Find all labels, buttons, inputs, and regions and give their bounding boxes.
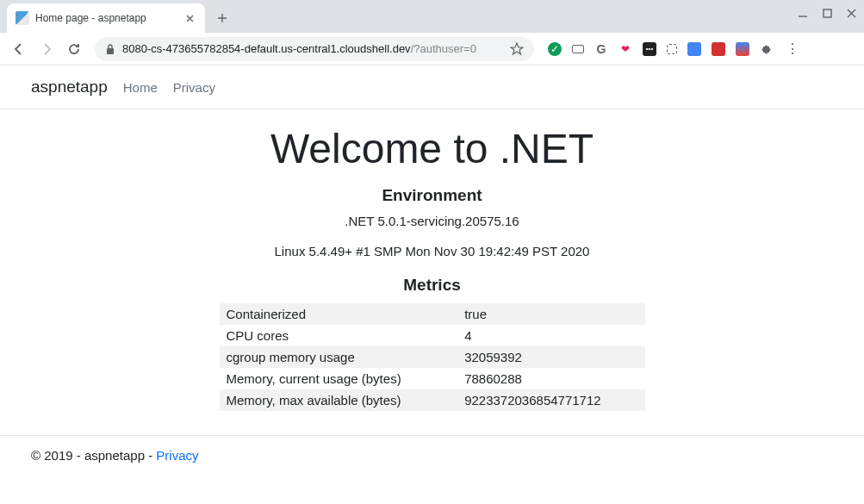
footer: © 2019 - aspnetapp - Privacy (0, 435, 864, 475)
maximize-icon[interactable] (821, 7, 833, 19)
main-content: Welcome to .NET Environment .NET 5.0.1-s… (0, 109, 864, 411)
metrics-table: Containerizedtrue CPU cores4 cgroup memo… (220, 303, 645, 411)
extension-icon[interactable] (687, 42, 701, 56)
browser-chrome: Home page - aspnetapp (0, 0, 864, 65)
extensions-puzzle-icon[interactable] (760, 42, 774, 56)
page-content: aspnetapp Home Privacy Welcome to .NET E… (0, 65, 864, 475)
env-os: Linux 5.4.49+ #1 SMP Mon Nov 30 19:42:49… (0, 244, 864, 258)
nav-link-privacy[interactable]: Privacy (173, 80, 215, 95)
browser-tab[interactable]: Home page - aspnetapp (7, 3, 205, 33)
browser-menu-icon[interactable]: ⋮ (782, 40, 803, 57)
table-row: Memory, max available (bytes)92233720368… (220, 389, 645, 411)
extension-icon[interactable] (572, 45, 584, 53)
browser-toolbar: 8080-cs-473655782854-default.us-central1… (0, 33, 864, 65)
nav-link-home[interactable]: Home (123, 80, 158, 95)
table-row: Memory, current usage (bytes)78860288 (220, 368, 645, 389)
app-navbar: aspnetapp Home Privacy (0, 65, 864, 109)
window-controls (797, 7, 857, 19)
favicon-icon (16, 11, 29, 25)
page-title: Welcome to .NET (0, 125, 864, 172)
env-runtime: .NET 5.0.1-servicing.20575.16 (0, 214, 864, 228)
back-button[interactable] (7, 37, 31, 61)
extension-icon[interactable]: ••• (643, 42, 656, 56)
lock-icon (105, 43, 115, 55)
table-row: CPU cores4 (220, 325, 645, 346)
extension-icons: ✓ G ❤ ••• (543, 42, 779, 56)
extension-icon[interactable]: ❤ (618, 42, 632, 56)
svg-rect-0 (824, 9, 831, 17)
close-tab-icon[interactable] (183, 11, 196, 25)
metrics-heading: Metrics (0, 276, 864, 295)
close-window-icon[interactable] (845, 7, 857, 19)
extension-icon[interactable]: G (594, 42, 608, 56)
footer-privacy-link[interactable]: Privacy (156, 448, 198, 463)
minimize-icon[interactable] (797, 7, 809, 19)
address-bar[interactable]: 8080-cs-473655782854-default.us-central1… (95, 37, 534, 61)
bookmark-star-icon[interactable] (510, 42, 524, 56)
new-tab-button[interactable] (210, 6, 234, 30)
svg-rect-1 (107, 48, 114, 54)
reload-button[interactable] (62, 37, 86, 61)
environment-heading: Environment (0, 186, 864, 205)
extension-icon[interactable] (736, 42, 749, 56)
extension-icon[interactable] (667, 44, 677, 54)
tab-title: Home page - aspnetapp (35, 12, 177, 24)
table-row: cgroup memory usage32059392 (220, 346, 645, 368)
table-row: Containerizedtrue (220, 303, 645, 325)
tab-bar: Home page - aspnetapp (0, 0, 864, 33)
extension-icon[interactable] (712, 42, 725, 56)
url-text: 8080-cs-473655782854-default.us-central1… (122, 42, 503, 55)
forward-button[interactable] (34, 37, 59, 61)
brand[interactable]: aspnetapp (31, 78, 108, 96)
footer-text: © 2019 - aspnetapp - (31, 448, 156, 463)
extension-icon[interactable]: ✓ (548, 42, 562, 56)
